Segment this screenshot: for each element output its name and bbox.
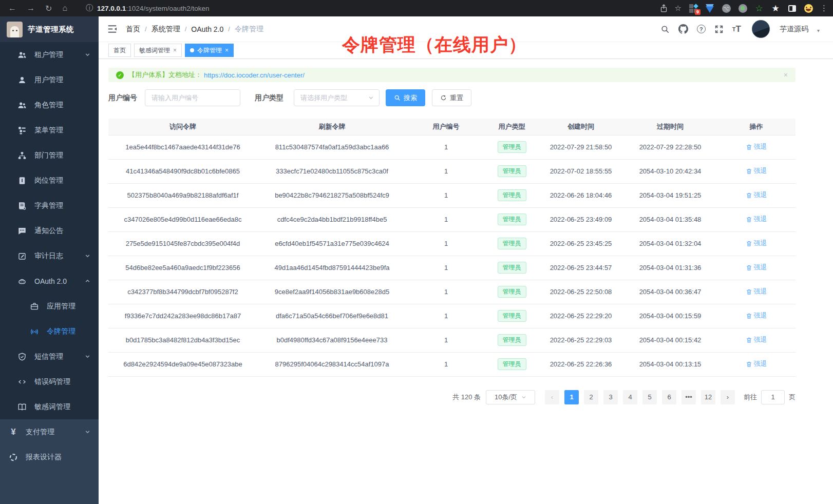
tab-sensitive-word[interactable]: 敏感词管理 ×: [134, 44, 182, 57]
tab-oauth2-token[interactable]: 令牌管理 ×: [185, 44, 234, 57]
search-icon[interactable]: [660, 25, 670, 34]
profile-avatar-icon[interactable]: [804, 4, 813, 13]
force-logout-button[interactable]: 强退: [746, 239, 767, 248]
jump-suffix: 页: [789, 393, 796, 402]
user-avatar[interactable]: [752, 20, 770, 38]
page-button-1[interactable]: 1: [564, 390, 579, 404]
sidebar-item-tenant[interactable]: 租户管理: [0, 42, 99, 67]
sidebar-item-sensitive-word[interactable]: 敏感词管理: [0, 394, 99, 419]
chevron-down-icon: [521, 395, 526, 400]
force-logout-button[interactable]: 强退: [746, 166, 767, 176]
force-logout-button[interactable]: 强退: [746, 190, 767, 200]
bookmark-star-icon[interactable]: ☆: [675, 4, 681, 13]
audit-edit-icon: [17, 251, 27, 261]
tab-close-icon[interactable]: ×: [225, 47, 229, 54]
extension-tabsgrid-icon[interactable]: 9: [689, 4, 698, 13]
alert-close-icon[interactable]: ×: [784, 71, 788, 79]
app-logo[interactable]: 芋道管理系统: [0, 16, 99, 42]
jump-page-input[interactable]: [761, 390, 785, 404]
page-button-4[interactable]: 4: [623, 390, 637, 404]
dashed-circle-icon: [9, 453, 18, 462]
user-type-cell: 管理员: [485, 352, 538, 376]
force-logout-button[interactable]: 强退: [746, 263, 767, 272]
page-button-3[interactable]: 3: [603, 390, 618, 404]
help-icon[interactable]: ?: [697, 25, 706, 33]
extension-evernote-icon[interactable]: ☆: [754, 4, 764, 13]
breadcrumb-oauth2[interactable]: OAuth 2.0: [191, 25, 223, 33]
force-logout-button[interactable]: 强退: [746, 311, 767, 320]
user-menu-caret-icon[interactable]: ▾: [817, 28, 820, 33]
force-logout-button[interactable]: 强退: [746, 287, 767, 296]
force-logout-button[interactable]: 强退: [746, 359, 767, 369]
github-icon[interactable]: [678, 24, 688, 34]
browser-menu-icon[interactable]: ⋮: [820, 4, 828, 13]
doc-link[interactable]: https://doc.iocoder.cn/user-center/: [204, 71, 305, 79]
extension-star-icon[interactable]: ★: [771, 4, 780, 13]
sidebar-item-pay[interactable]: ¥ 支付管理: [0, 419, 99, 444]
tab-close-icon[interactable]: ×: [173, 47, 177, 54]
browser-reload-icon[interactable]: ↻: [45, 4, 52, 13]
force-logout-button[interactable]: 强退: [746, 215, 767, 224]
page-button-6[interactable]: 6: [662, 390, 676, 404]
sidebar-item-oauth2-app[interactable]: 应用管理: [0, 294, 99, 319]
sidebar-item-audit-log[interactable]: 审计日志: [0, 243, 99, 268]
page-button-12[interactable]: 12: [701, 390, 715, 404]
refresh-token-cell: 9ce8ef2aa9f14056b831ae9b608e28d5: [257, 280, 407, 304]
fullscreen-icon[interactable]: [714, 25, 724, 34]
sidebar-item-user[interactable]: 用户管理: [0, 67, 99, 92]
page-ellipsis-icon[interactable]: •••: [681, 390, 696, 404]
username[interactable]: 芋道源码: [780, 25, 808, 34]
browser-forward-icon[interactable]: →: [27, 4, 35, 13]
extension-command-icon[interactable]: ⌥: [722, 4, 731, 13]
font-size-icon[interactable]: TT: [732, 24, 741, 34]
browser-back-icon[interactable]: ←: [8, 4, 16, 13]
sidebar-item-dict[interactable]: 字典管理: [0, 193, 99, 218]
col-user-id: 用户编号: [407, 119, 485, 135]
force-logout-button[interactable]: 强退: [746, 335, 767, 344]
breadcrumb-home[interactable]: 首页: [126, 25, 140, 34]
sidebar-item-menu[interactable]: 菜单管理: [0, 118, 99, 143]
sidebar-item-dept[interactable]: 部门管理: [0, 143, 99, 168]
next-page-icon[interactable]: ›: [721, 390, 735, 404]
sidebar-item-label: 角色管理: [34, 101, 63, 110]
sidebar-item-error-code[interactable]: 错误码管理: [0, 369, 99, 394]
search-button[interactable]: 搜索: [386, 89, 425, 106]
table-row: f9336e7c7dd242a283ee98dc86b17a87 dfa6c71…: [108, 304, 796, 328]
user-type-label: 用户类型: [255, 93, 283, 103]
breadcrumb-system[interactable]: 系统管理: [152, 25, 180, 34]
sidebar-item-oauth2-token[interactable]: 令牌管理: [0, 319, 99, 344]
pagination: 共 120 条 10条/页 ‹ 1 2 3 4 5 6 ••• 12 › 前: [108, 390, 796, 404]
user-type-select[interactable]: 请选择用户类型: [294, 89, 380, 106]
user-id-cell: 1: [407, 183, 485, 207]
tab-label: 首页: [113, 46, 126, 55]
user-id-input[interactable]: [145, 89, 240, 106]
extension-gem-icon[interactable]: [705, 4, 714, 13]
page-button-2[interactable]: 2: [584, 390, 598, 404]
user-type-tag: 管理员: [498, 286, 526, 298]
force-logout-button[interactable]: 强退: [746, 142, 767, 151]
sidebar-item-sms[interactable]: 短信管理: [0, 344, 99, 369]
sidebar-item-post[interactable]: 岗位管理: [0, 168, 99, 193]
sidebar-item-role[interactable]: 角色管理: [0, 92, 99, 118]
site-info-icon[interactable]: ⓘ: [86, 4, 93, 13]
expired-at-cell: 2054-03-04 01:32:04: [623, 231, 717, 256]
browser-home-icon[interactable]: ⌂: [62, 4, 67, 13]
page-button-5[interactable]: 5: [642, 390, 657, 404]
user-id-label: 用户编号: [108, 93, 137, 103]
side-panel-icon[interactable]: [787, 4, 797, 13]
extension-record-icon[interactable]: [738, 4, 747, 13]
trash-icon: [746, 168, 752, 175]
prev-page-icon[interactable]: ‹: [545, 390, 559, 404]
sidebar-item-oauth2[interactable]: OAuth 2.0: [0, 268, 99, 294]
url-path: :1024/system/oauth2/token: [126, 5, 209, 12]
tab-home[interactable]: 首页: [108, 44, 131, 57]
sidebar-item-notice[interactable]: 通知公告: [0, 218, 99, 243]
reset-button[interactable]: 重置: [432, 89, 471, 106]
page-size-select[interactable]: 10条/页: [486, 390, 535, 404]
access-token-cell: b0d1785bc3a8482f812db4a3f3bd15ec: [108, 328, 257, 352]
sidebar-item-report-designer[interactable]: 报表设计器: [0, 444, 99, 470]
refresh-token-cell: 8796295f04064c2983414cc54af1097a: [257, 352, 407, 376]
address-bar[interactable]: ⓘ 127.0.0.1:1024/system/oauth2/token: [86, 4, 209, 13]
share-icon[interactable]: [660, 4, 668, 13]
sidebar-fold-icon[interactable]: [107, 25, 117, 33]
